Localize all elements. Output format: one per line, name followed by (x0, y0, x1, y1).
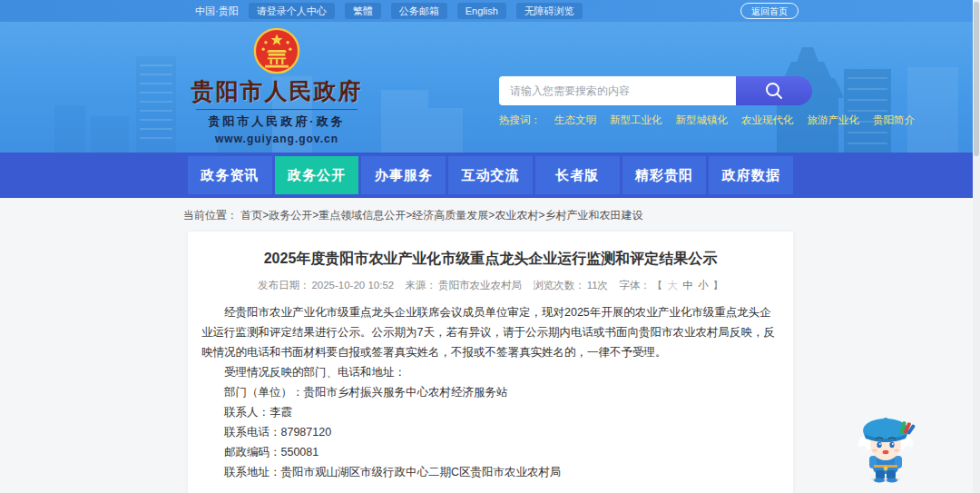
back-home-button[interactable]: 返回首页 (740, 3, 799, 19)
publish-date: 2025-10-20 10:52 (311, 280, 394, 291)
font-size-label: 字体： (619, 280, 651, 291)
font-size-medium-button[interactable]: 中 (682, 280, 693, 291)
font-size-large-button[interactable]: 大 (667, 280, 678, 291)
search-button[interactable] (736, 76, 812, 105)
hot-search-item-6[interactable]: 贵阳简介 (873, 113, 915, 127)
hot-search-item-4[interactable]: 农业现代化 (741, 113, 794, 127)
logo-divider (196, 109, 358, 110)
nav-item-zwzx[interactable]: 政务资讯 (188, 156, 272, 194)
views-value: 11次 (587, 280, 608, 291)
views-label: 浏览次数： (533, 280, 585, 291)
hot-search-item-3[interactable]: 新型城镇化 (676, 113, 729, 127)
site-name: 贵阳市人民政府 (191, 76, 363, 106)
magnifier-icon (764, 81, 784, 101)
article-paragraph: 受理情况反映的部门、电话和地址： (201, 362, 779, 382)
topbar-item-china-guiyang[interactable]: 中国·贵阳 (195, 4, 239, 18)
article-paragraph: 经贵阳市农业产业化市级重点龙头企业联席会议成员单位审定，现对2025年开展的农业… (201, 302, 779, 362)
miao-boy-mascot-icon[interactable] (853, 410, 918, 483)
search-bar (499, 76, 812, 105)
breadcrumb-label: 当前位置： (183, 209, 238, 222)
nav-item-bsfw[interactable]: 办事服务 (361, 156, 446, 194)
font-bracket-open: 【 (652, 280, 663, 291)
hot-search-item-2[interactable]: 新型工业化 (610, 113, 662, 127)
breadcrumb-path[interactable]: 首页>政务公开>重点领域信息公开>经济高质量发展>农业农村>乡村产业和农田建设 (240, 209, 642, 222)
publish-date-label: 发布日期： (258, 280, 310, 291)
article-card: 2025年度贵阳市农业产业化市级重点龙头企业运行监测和评定结果公示 发布日期：2… (188, 232, 793, 493)
hot-search-row: 热搜词： 生态文明 新型工业化 新型城镇化 农业现代化 旅游产业化 贵阳简介 (499, 113, 812, 127)
font-bracket-close: 】 (713, 280, 724, 291)
nav-item-elder[interactable]: 长者版 (535, 156, 620, 194)
topbar-item-mail[interactable]: 公务邮箱 (391, 3, 447, 19)
font-size-small-button[interactable]: 小 (698, 280, 709, 291)
topbar-item-english[interactable]: English (457, 3, 506, 19)
site-subtitle: 贵阳市人民政府·政务 (208, 113, 345, 130)
article-paragraph: 部门（单位）：贵阳市乡村振兴服务中心农村经济服务站 (201, 382, 779, 402)
hot-search-item-1[interactable]: 生态文明 (554, 113, 596, 127)
nav-item-zfsj[interactable]: 政府数据 (709, 156, 793, 194)
topbar: 中国·贵阳 请登录个人中心 繁體 公务邮箱 English 无障碍浏览 返回首页 (0, 0, 980, 22)
header-inner: 贵阳市人民政府 贵阳市人民政府·政务 www.guiyang.gov.cn (163, 22, 817, 153)
article-title: 2025年度贵阳市农业产业化市级重点龙头企业运行监测和评定结果公示 (201, 250, 779, 269)
site-header: 贵阳市人民政府 贵阳市人民政府·政务 www.guiyang.gov.cn (0, 22, 980, 153)
page: 中国·贵阳 请登录个人中心 繁體 公务邮箱 English 无障碍浏览 返回首页 (0, 0, 980, 493)
nav-item-hdjl[interactable]: 互动交流 (448, 156, 533, 194)
main-nav: 政务资讯 政务公开 办事服务 互动交流 长者版 精彩贵阳 政府数据 (0, 153, 980, 198)
topbar-links: 中国·贵阳 请登录个人中心 繁體 公务邮箱 English 无障碍浏览 返回首页 (163, 0, 817, 22)
article-paragraph: 联系人：李霞 (201, 402, 779, 422)
scrollbar[interactable] (973, 0, 980, 493)
source-value: 贵阳市农业农村局 (438, 280, 522, 291)
nav-item-zwgk[interactable]: 政务公开 (275, 156, 359, 194)
breadcrumb: 当前位置： 首页>政务公开>重点领域信息公开>经济高质量发展>农业农村>乡村产业… (163, 198, 817, 232)
topbar-item-accessibility[interactable]: 无障碍浏览 (516, 3, 583, 19)
article-paragraph: 联系电话：87987120 (201, 422, 779, 442)
topbar-item-login[interactable]: 请登录个人中心 (249, 3, 335, 19)
hot-search-label: 热搜词： (499, 113, 541, 127)
hot-search-item-5[interactable]: 旅游产业化 (808, 113, 860, 127)
search-area: 热搜词： 生态文明 新型工业化 新型城镇化 农业现代化 旅游产业化 贵阳简介 (499, 22, 812, 153)
site-logo[interactable]: 贵阳市人民政府 贵阳市人民政府·政务 www.guiyang.gov.cn (195, 22, 358, 153)
topbar-item-traditional[interactable]: 繁體 (345, 3, 381, 19)
article-paragraph: 联系地址：贵阳市观山湖区市级行政中心二期C区贵阳市农业农村局 (201, 462, 779, 482)
source-label: 来源： (405, 280, 436, 291)
scrollbar-thumb[interactable] (974, 2, 979, 156)
article-meta: 发布日期：2025-10-20 10:52 来源：贵阳市农业农村局 浏览次数：1… (201, 279, 779, 292)
article-paragraph: 邮政编码：550081 (201, 442, 779, 462)
search-input[interactable] (499, 76, 736, 105)
site-url: www.guiyang.gov.cn (215, 133, 338, 145)
nav-items: 政务资讯 政务公开 办事服务 互动交流 长者版 精彩贵阳 政府数据 (163, 153, 817, 198)
nav-item-jcgy[interactable]: 精彩贵阳 (622, 156, 707, 194)
content-area: 当前位置： 首页>政务公开>重点领域信息公开>经济高质量发展>农业农村>乡村产业… (163, 198, 817, 493)
national-emblem-icon (253, 27, 300, 74)
